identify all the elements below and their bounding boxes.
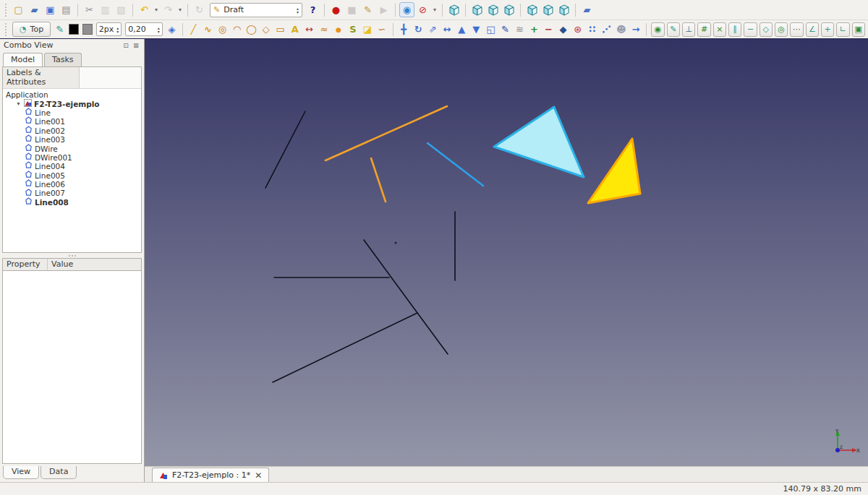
tree-item-line005[interactable]: Line005: [4, 171, 140, 180]
redo-dropdown[interactable]: ▾: [176, 2, 184, 17]
tree-item-dwire001[interactable]: DWire001: [4, 153, 140, 162]
draft-upgrade-icon[interactable]: ▲: [455, 22, 469, 37]
line-color-swatch[interactable]: [69, 24, 79, 35]
3d-viewport[interactable]: Y X Z: [145, 39, 868, 466]
macro-edit-icon[interactable]: ✎: [360, 2, 375, 17]
snap-lock-icon[interactable]: ◉: [651, 22, 664, 37]
text-scale-spinbox-arrows[interactable]: ▴▾: [158, 26, 160, 33]
refresh-icon[interactable]: ↻: [192, 2, 207, 17]
draft-path-array-icon[interactable]: ⋰: [600, 22, 613, 37]
tab-view[interactable]: View: [3, 466, 39, 479]
front-view-icon[interactable]: [469, 2, 485, 17]
snap-endpoint-icon[interactable]: ✎: [667, 22, 680, 37]
draw-style-dropdown[interactable]: ▾: [431, 2, 438, 17]
snap-extension-icon[interactable]: ─: [744, 22, 757, 37]
face-color-swatch[interactable]: [82, 24, 93, 35]
snap-grid-icon[interactable]: #: [697, 22, 710, 37]
value-column-header[interactable]: Value: [48, 259, 141, 270]
draft-bspline-icon[interactable]: ≈: [317, 22, 331, 37]
macro-record-icon[interactable]: ●: [328, 2, 344, 17]
tree-item-dwire[interactable]: DWire: [4, 144, 140, 152]
draft-shape2dview-icon[interactable]: ◆: [556, 22, 570, 37]
tab-close-icon[interactable]: ✕: [255, 470, 262, 481]
construction-mode-icon[interactable]: ✎: [53, 22, 67, 37]
new-file-icon[interactable]: ▢: [11, 2, 26, 17]
line-black-upper[interactable]: [265, 111, 305, 188]
line-black-diagonal-upper[interactable]: [364, 240, 417, 313]
draft-shapestring-icon[interactable]: S: [346, 22, 359, 37]
draw-style-icon[interactable]: ⊘: [415, 2, 430, 17]
tab-model[interactable]: Model: [3, 53, 43, 66]
top-view-icon[interactable]: [485, 2, 501, 17]
workbench-selector[interactable]: ✎Draft▴▾: [210, 3, 302, 17]
snap-center-icon[interactable]: ◎: [775, 22, 788, 37]
autogroup-icon[interactable]: ◈: [165, 22, 179, 37]
draft-arc-icon[interactable]: ◠: [230, 22, 244, 37]
snap-intersection-icon[interactable]: ×: [713, 22, 726, 37]
rear-view-icon[interactable]: [524, 2, 540, 17]
macro-play-icon[interactable]: ▶: [376, 2, 391, 17]
draft-wire-to-bspline-icon[interactable]: ≋: [513, 22, 527, 37]
draft-text-icon[interactable]: A: [288, 22, 302, 37]
document-tab[interactable]: F2-T23-ejemplo : 1* ✕: [152, 468, 269, 482]
draft-offset-icon[interactable]: ⇗: [426, 22, 440, 37]
draft-to-sketch-icon[interactable]: ⊛: [571, 22, 584, 37]
draft-polygon-icon[interactable]: ◇: [259, 22, 273, 37]
undo-dropdown[interactable]: ▾: [153, 2, 160, 17]
draft-move-icon[interactable]: ╋: [397, 22, 411, 37]
tree-item-line[interactable]: Line: [4, 108, 140, 117]
draft-facebinder-icon[interactable]: ◪: [360, 22, 374, 37]
copy-icon[interactable]: ▥: [98, 2, 113, 17]
dock-float-icon[interactable]: ⊡: [122, 41, 130, 50]
tree-item-line001[interactable]: Line001: [4, 117, 140, 126]
draft-ellipse-icon[interactable]: ◯: [244, 22, 258, 37]
cut-icon[interactable]: ✂: [82, 2, 97, 17]
tree-item-line002[interactable]: Line002: [4, 126, 140, 135]
working-plane-button[interactable]: ◔Top: [12, 22, 51, 37]
draft-scale-icon[interactable]: ◱: [484, 22, 498, 37]
snap-near-icon[interactable]: ⋯: [790, 22, 803, 37]
tree-item-line007[interactable]: Line007: [4, 189, 140, 197]
left-view-icon[interactable]: [556, 2, 571, 17]
line-width-spinbox-arrows[interactable]: ▴▾: [116, 26, 119, 33]
measure-distance-icon[interactable]: ▰: [579, 2, 595, 17]
expander-icon[interactable]: ▾: [15, 100, 22, 107]
draft-wire-icon[interactable]: ∿: [201, 22, 215, 37]
draft-add-point-icon[interactable]: +: [527, 22, 541, 37]
tree-item-document[interactable]: ▾F2-T23-ejemplo: [4, 99, 140, 108]
tree-column-header[interactable]: Labels & Attributes: [3, 67, 80, 88]
snap-working-plane-icon[interactable]: ▣: [852, 22, 865, 37]
draft-clone-icon[interactable]: ☻: [614, 22, 628, 37]
point-small[interactable]: [395, 242, 397, 244]
dwire-yellow-triangle[interactable]: [588, 139, 640, 203]
bottom-view-icon[interactable]: [540, 2, 556, 17]
whats-this-icon[interactable]: ?: [305, 2, 320, 17]
tab-tasks[interactable]: Tasks: [44, 53, 81, 66]
line-blue[interactable]: [427, 143, 483, 186]
panel-splitter[interactable]: [0, 253, 144, 258]
draft-rotate-icon[interactable]: ↻: [412, 22, 425, 37]
draft-array-icon[interactable]: ∷: [585, 22, 599, 37]
save-file-icon[interactable]: ▣: [43, 2, 58, 17]
undo-icon[interactable]: ↶: [137, 2, 152, 17]
property-editor-body[interactable]: [2, 270, 142, 464]
workbench-selector-arrows[interactable]: ▴▾: [297, 7, 299, 14]
draft-rectangle-icon[interactable]: ▭: [273, 22, 287, 37]
draft-del-point-icon[interactable]: −: [542, 22, 556, 37]
tree-item-application[interactable]: Application: [4, 90, 140, 99]
text-scale-spinbox[interactable]: 0,20▴▾: [125, 22, 163, 36]
open-file-icon[interactable]: ▰: [27, 2, 42, 17]
draft-line-icon[interactable]: ╱: [187, 22, 200, 37]
line-black-diagonal-lower[interactable]: [417, 313, 448, 354]
paste-icon[interactable]: ▧: [114, 2, 129, 17]
draft-edit-icon[interactable]: ✎: [498, 22, 512, 37]
snap-parallel-icon[interactable]: ∥: [728, 22, 741, 37]
line-width-spinbox[interactable]: 2px▴▾: [96, 22, 122, 36]
line-orange-long[interactable]: [326, 106, 447, 160]
tree-item-line004[interactable]: Line004: [4, 162, 140, 171]
draft-downgrade-icon[interactable]: ▼: [469, 22, 483, 37]
dwire-cyan-triangle[interactable]: [494, 107, 584, 177]
right-view-icon[interactable]: [501, 2, 516, 17]
redo-icon[interactable]: ↷: [161, 2, 176, 17]
dock-close-icon[interactable]: ⊠: [132, 41, 140, 50]
